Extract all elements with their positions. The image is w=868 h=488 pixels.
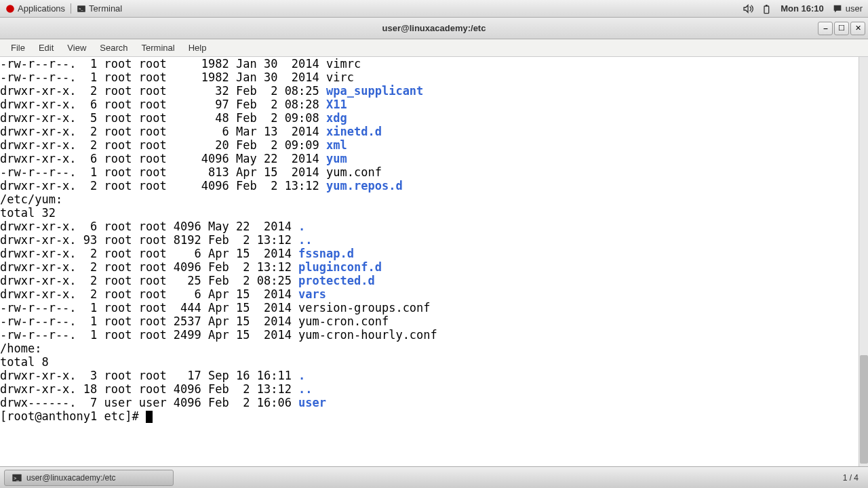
- taskbar-item-label: user@linuxacademy:/etc: [26, 473, 116, 483]
- scrollbar[interactable]: [859, 57, 868, 466]
- close-button[interactable]: ✕: [850, 22, 865, 35]
- prompt-line[interactable]: [root@anthony1 etc]#: [0, 409, 868, 423]
- terminal-line: drwxr-xr-x. 2 root root 6 Apr 15 2014 fs…: [0, 247, 868, 260]
- svg-point-0: [6, 5, 14, 13]
- menu-edit[interactable]: Edit: [32, 41, 60, 54]
- terminal-tab-label: Terminal: [89, 3, 122, 14]
- svg-text:>_: >_: [14, 475, 19, 481]
- terminal-icon: >_: [77, 4, 86, 14]
- terminal-line: -rw-r--r--. 1 root root 2499 Apr 15 2014…: [0, 328, 868, 342]
- terminal-line: drwxr-xr-x. 2 root root 4096 Feb 2 13:12…: [0, 260, 868, 274]
- top-panel: Applications >_ Terminal Mon 16:10 user: [0, 0, 868, 18]
- menu-file[interactable]: File: [4, 41, 32, 54]
- terminal-line: drwxr-xr-x. 6 root root 4096 May 22 2014…: [0, 220, 868, 233]
- window-controls: ‒ ☐ ✕: [818, 22, 865, 35]
- menubar: File Edit View Search Terminal Help: [0, 39, 868, 57]
- taskbar-item-terminal[interactable]: >_ user@linuxacademy:/etc: [4, 470, 174, 486]
- terminal-line: /home:: [0, 342, 868, 355]
- redhat-icon: [5, 4, 15, 14]
- terminal-line: total 32: [0, 206, 868, 220]
- user-label: user: [846, 3, 863, 14]
- bottom-panel: >_ user@linuxacademy:/etc 1 / 4: [0, 466, 868, 488]
- window-titlebar[interactable]: user@linuxacademy:/etc ‒ ☐ ✕: [0, 18, 868, 39]
- terminal-line: drwxr-xr-x. 3 root root 17 Sep 16 16:11 …: [0, 369, 868, 382]
- terminal-line: drwxr-xr-x. 2 root root 32 Feb 2 08:25 w…: [0, 84, 868, 98]
- cursor: [146, 411, 153, 423]
- terminal-line: drwxr-xr-x. 2 root root 6 Mar 13 2014 xi…: [0, 125, 868, 138]
- minimize-button[interactable]: ‒: [818, 22, 833, 35]
- terminal-taskbar-entry[interactable]: >_ Terminal: [71, 3, 127, 14]
- maximize-button[interactable]: ☐: [834, 22, 849, 35]
- terminal-line: -rw-r--r--. 1 root root 1982 Jan 30 2014…: [0, 70, 868, 84]
- scrollbar-thumb[interactable]: [860, 355, 868, 464]
- system-tray: Mon 16:10 user: [737, 3, 868, 14]
- terminal-line: drwxr-xr-x. 6 root root 4096 May 22 2014…: [0, 152, 868, 165]
- terminal-output[interactable]: -rw-r--r--. 1 root root 1982 Jan 30 2014…: [0, 57, 868, 466]
- speech-icon: [832, 3, 843, 14]
- terminal-line: drwxr-xr-x. 2 root root 4096 Feb 2 13:12…: [0, 179, 868, 192]
- terminal-line: drwxr-xr-x. 6 root root 97 Feb 2 08:28 X…: [0, 98, 868, 111]
- window-title-text: user@linuxacademy:/etc: [382, 23, 486, 33]
- terminal-line: -rw-r--r--. 1 root root 2537 Apr 15 2014…: [0, 314, 868, 328]
- user-menu[interactable]: user: [832, 3, 863, 14]
- svg-rect-4: [766, 5, 768, 6]
- terminal-line: /etc/yum:: [0, 192, 868, 206]
- svg-text:>_: >_: [79, 7, 83, 11]
- menu-terminal[interactable]: Terminal: [135, 41, 182, 54]
- menu-help[interactable]: Help: [182, 41, 214, 54]
- terminal-line: -rw-r--r--. 1 root root 444 Apr 15 2014 …: [0, 301, 868, 314]
- terminal-line: drwxr-xr-x. 2 root root 6 Apr 15 2014 va…: [0, 287, 868, 301]
- terminal-line: drwxr-xr-x. 93 root root 8192 Feb 2 13:1…: [0, 233, 868, 247]
- terminal-line: -rw-r--r--. 1 root root 813 Apr 15 2014 …: [0, 165, 868, 179]
- terminal-line: drwxr-xr-x. 5 root root 48 Feb 2 09:08 x…: [0, 111, 868, 125]
- terminal-line: drwxr-xr-x. 2 root root 25 Feb 2 08:25 p…: [0, 274, 868, 287]
- volume-icon[interactable]: [743, 3, 753, 14]
- applications-menu[interactable]: Applications: [0, 3, 71, 14]
- menu-search[interactable]: Search: [93, 41, 134, 54]
- svg-rect-3: [764, 6, 769, 14]
- terminal-icon: >_: [12, 472, 22, 483]
- menu-view[interactable]: View: [60, 41, 93, 54]
- terminal-line: drwxr-xr-x. 18 root root 4096 Feb 2 13:1…: [0, 382, 868, 396]
- terminal-line: drwxr-xr-x. 2 root root 20 Feb 2 09:09 x…: [0, 138, 868, 152]
- terminal-line: -rw-r--r--. 1 root root 1982 Jan 30 2014…: [0, 57, 868, 70]
- terminal-line: total 8: [0, 355, 868, 369]
- terminal-line: drwx------. 7 user user 4096 Feb 2 16:06…: [0, 396, 868, 409]
- workspace-indicator[interactable]: 1 / 4: [837, 473, 864, 483]
- applications-label: Applications: [18, 3, 65, 14]
- datetime-label[interactable]: Mon 16:10: [781, 3, 824, 14]
- battery-icon[interactable]: [762, 3, 772, 14]
